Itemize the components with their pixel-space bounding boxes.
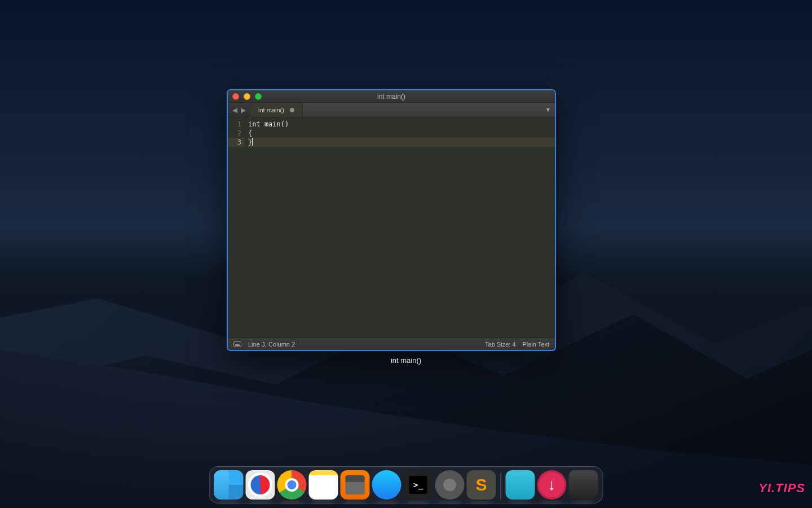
tab-bar: ◀ ▶ int main() ▼ bbox=[228, 103, 555, 117]
line-number-gutter: 123 bbox=[228, 117, 245, 338]
code-line[interactable]: int main() bbox=[248, 120, 555, 129]
tab-bar-spacer bbox=[303, 103, 541, 117]
dirty-indicator-icon bbox=[290, 108, 294, 112]
traffic-lights bbox=[232, 93, 262, 100]
dock-item-safari[interactable] bbox=[246, 470, 275, 500]
dock-item-calculator[interactable] bbox=[341, 470, 370, 500]
dock-item-terminal[interactable] bbox=[404, 470, 433, 500]
line-number: 3 bbox=[228, 138, 245, 147]
dock-item-trash[interactable] bbox=[569, 470, 598, 500]
dock-separator bbox=[501, 474, 501, 500]
dock-item-downloads[interactable] bbox=[537, 470, 567, 500]
dock-item-notes[interactable] bbox=[309, 470, 338, 500]
dock-item-applications-folder[interactable] bbox=[506, 470, 535, 500]
titlebar[interactable]: int main() bbox=[228, 90, 555, 103]
window-title: int main() bbox=[228, 93, 555, 100]
cursor-position[interactable]: Line 3, Column 2 bbox=[248, 341, 295, 348]
dock bbox=[209, 466, 603, 503]
dock-item-finder[interactable] bbox=[214, 470, 244, 500]
close-button[interactable] bbox=[232, 93, 239, 100]
tab-size-control[interactable]: Tab Size: 4 bbox=[485, 341, 515, 348]
editor-area[interactable]: 123 int main(){} bbox=[228, 117, 555, 338]
tab-label: int main() bbox=[258, 107, 284, 113]
zoom-button[interactable] bbox=[255, 93, 262, 100]
nav-forward-icon[interactable]: ▶ bbox=[240, 106, 247, 114]
minimize-button[interactable] bbox=[244, 93, 250, 100]
window-caption: int main() bbox=[0, 356, 812, 365]
dock-item-sublime-text[interactable] bbox=[467, 470, 496, 500]
dock-item-system-preferences[interactable] bbox=[435, 470, 465, 500]
tab-dropdown-icon[interactable]: ▼ bbox=[541, 103, 555, 117]
code-line[interactable]: { bbox=[248, 129, 555, 138]
tab-active[interactable]: int main() bbox=[250, 103, 303, 117]
dock-item-chrome[interactable] bbox=[277, 470, 307, 500]
watermark: YI.TIPS bbox=[758, 481, 805, 496]
nav-back-icon[interactable]: ◀ bbox=[231, 106, 239, 114]
dock-item-app-store[interactable] bbox=[372, 470, 401, 500]
editor-window: int main() ◀ ▶ int main() ▼ 123 int main… bbox=[227, 89, 556, 351]
panel-switcher-icon[interactable] bbox=[233, 341, 241, 347]
line-number: 1 bbox=[228, 120, 241, 129]
syntax-control[interactable]: Plain Text bbox=[523, 341, 550, 348]
text-cursor bbox=[252, 138, 253, 146]
code-pane[interactable]: int main(){} bbox=[245, 117, 555, 338]
tab-history-nav: ◀ ▶ bbox=[228, 103, 250, 117]
code-line[interactable]: } bbox=[248, 138, 555, 147]
line-number: 2 bbox=[228, 129, 241, 138]
status-bar: Line 3, Column 2 Tab Size: 4 Plain Text bbox=[228, 338, 555, 350]
